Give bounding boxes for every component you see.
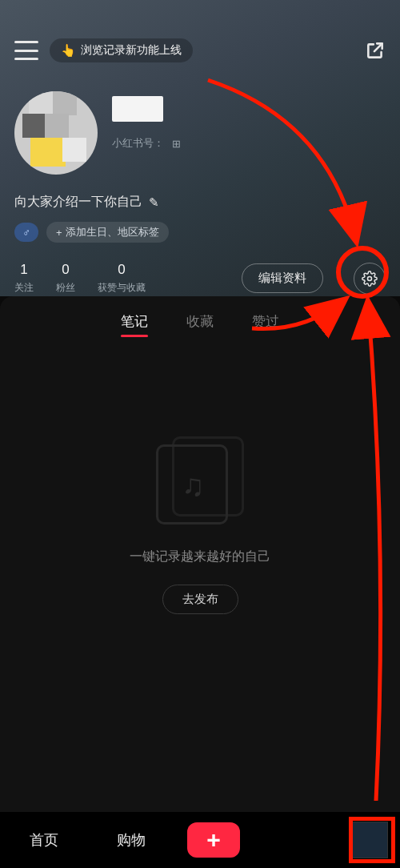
add-tag-label: 添加生日、地区标签 [66, 225, 159, 239]
add-tag-chip[interactable]: + 添加生日、地区标签 [46, 222, 169, 243]
menu-icon[interactable] [14, 41, 38, 60]
bio-text: 向大家介绍一下你自己 [14, 194, 142, 211]
empty-state: ♫ 一键记录越来越好的自己 去发布 [0, 436, 400, 614]
user-info: 小红书号： ⊞ [112, 91, 181, 151]
tabs: 笔记 收藏 赞过 [0, 296, 400, 348]
nav-home[interactable]: 首页 [12, 830, 76, 850]
tab-favorites[interactable]: 收藏 [186, 312, 214, 337]
nav-create-button[interactable]: + [187, 822, 240, 858]
content-section: 笔记 收藏 赞过 ♫ 一键记录越来越好的自己 去发布 [0, 296, 400, 812]
settings-button[interactable] [354, 263, 386, 295]
point-emoji-icon: 👆 [61, 43, 76, 58]
empty-text: 一键记录越来越好的自己 [130, 549, 270, 565]
stat-label: 关注 [14, 281, 34, 295]
uid-label: 小红书号： [112, 136, 164, 151]
feature-chip-label: 浏览记录新功能上线 [81, 43, 182, 58]
stats-row: 1 关注 0 粉丝 0 获赞与收藏 编辑资料 [14, 262, 386, 295]
gender-chip[interactable]: ♂ [14, 223, 38, 242]
nickname [112, 96, 163, 122]
stat-num: 0 [56, 262, 75, 278]
empty-music-icon: ♫ [156, 436, 244, 524]
tab-liked[interactable]: 赞过 [252, 312, 279, 337]
bottom-nav: 首页 购物 + [0, 812, 400, 868]
tab-notes[interactable]: 笔记 [121, 312, 148, 337]
stat-following[interactable]: 1 关注 [14, 262, 34, 295]
top-bar: 👆 浏览记录新功能上线 [14, 0, 386, 62]
share-icon[interactable] [365, 40, 386, 61]
stat-followers[interactable]: 0 粉丝 [56, 262, 75, 295]
uid-row[interactable]: 小红书号： ⊞ [112, 136, 181, 151]
stat-num: 0 [98, 262, 146, 278]
browse-history-chip[interactable]: 👆 浏览记录新功能上线 [50, 38, 193, 62]
user-row: 小红书号： ⊞ [14, 91, 386, 175]
profile-header: 👆 浏览记录新功能上线 小红书号： ⊞ [0, 0, 400, 296]
stat-label: 获赞与收藏 [98, 281, 146, 295]
qr-icon: ⊞ [172, 138, 181, 150]
nav-shop[interactable]: 购物 [99, 830, 163, 850]
stat-label: 粉丝 [56, 281, 75, 295]
plus-icon: + [56, 227, 62, 239]
tags-row: ♂ + 添加生日、地区标签 [14, 222, 386, 243]
stat-num: 1 [14, 262, 34, 278]
stat-likes[interactable]: 0 获赞与收藏 [98, 262, 146, 295]
app-screen: 👆 浏览记录新功能上线 小红书号： ⊞ [0, 0, 400, 868]
publish-button[interactable]: 去发布 [162, 585, 238, 614]
avatar[interactable] [14, 91, 98, 175]
edit-pencil-icon: ✎ [149, 195, 159, 210]
nav-profile-thumb[interactable] [351, 822, 388, 858]
svg-point-0 [368, 276, 372, 280]
bio-row[interactable]: 向大家介绍一下你自己 ✎ [14, 194, 386, 211]
edit-profile-button[interactable]: 编辑资料 [242, 263, 323, 293]
